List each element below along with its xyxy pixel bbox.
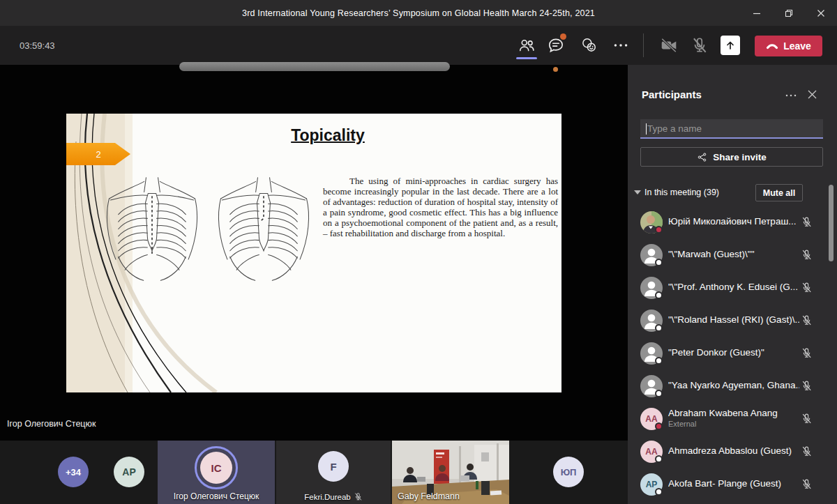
close-window-button[interactable] [805, 0, 837, 26]
minimize-button[interactable] [741, 0, 773, 26]
participant-name: "\"Roland Hassel (RKI) (Gast)\... [668, 314, 799, 325]
window-titlebar: 3rd International Young Researchers’ Sym… [0, 0, 837, 26]
window-title: 3rd International Young Researchers’ Sym… [242, 8, 595, 18]
shared-window-scrollbar [179, 62, 450, 71]
avatar-generic [640, 244, 663, 266]
panel-close-icon[interactable] [807, 89, 818, 100]
mic-off-icon[interactable] [801, 413, 813, 425]
status-dot [655, 291, 663, 299]
participants-panel: Participants Share invite In this meetin… [628, 65, 837, 504]
participants-active-indicator [516, 57, 537, 59]
tile-active-speaker[interactable]: IC Ігор Олегович Стецюк [158, 441, 275, 504]
status-dot-busy [655, 422, 663, 430]
mic-off-icon[interactable] [801, 282, 813, 293]
participants-icon[interactable] [518, 36, 536, 54]
status-dot [655, 455, 663, 463]
avatar-generic [640, 310, 663, 332]
rooms-icon[interactable] [580, 36, 598, 54]
share-tray-icon[interactable] [721, 36, 740, 55]
mute-all-button[interactable]: Mute all [755, 184, 803, 201]
participant-subtitle: External [668, 420, 696, 428]
meeting-toolbar: 03:59:43 [0, 26, 837, 65]
speaking-indicator-ring: IC [195, 446, 238, 489]
tile-video-gaby[interactable]: Gaby Feldmann [392, 441, 509, 504]
status-dot-busy [655, 226, 663, 234]
share-icon [697, 152, 707, 162]
status-dot [655, 488, 663, 496]
panel-title: Participants [642, 89, 702, 100]
mic-off-icon[interactable] [801, 380, 813, 392]
text-caret [646, 123, 647, 135]
tile-fekri[interactable]: F Fekri.Dureab [276, 441, 391, 504]
leave-button[interactable]: Leave [755, 36, 822, 56]
screen-share-stage: 2 Topicality The using of mini-approache… [0, 65, 628, 441]
mic-off-icon[interactable] [801, 314, 813, 326]
mic-off-icon[interactable] [801, 249, 813, 261]
participant-name: Akofa Bart- Plange (Guest) [668, 478, 799, 489]
camera-off-icon[interactable] [660, 36, 678, 54]
overflow-participants-badge[interactable]: +34 [58, 457, 89, 487]
participant-name: "Yaa Nyarko Agyeman, Ghana... [668, 380, 799, 390]
avatar-yup[interactable]: ЮП [553, 457, 584, 487]
mic-off-icon[interactable] [691, 36, 709, 54]
participant-name: Юрій Миколайович Петраш... [668, 216, 799, 227]
mic-off-icon[interactable] [801, 445, 813, 457]
slide-number: 2 [96, 149, 100, 160]
presentation-slide: 2 Topicality The using of mini-approache… [66, 114, 561, 392]
slide-body-text: The using of mini-approaches in cardiac … [323, 176, 558, 238]
window-controls [741, 0, 837, 26]
avatar-initials: AP [640, 473, 663, 496]
participant-row[interactable]: "Yaa Nyarko Agyeman, Ghana... [628, 369, 831, 402]
participant-row[interactable]: AA Abraham Kwabena Anang External [628, 402, 831, 435]
toolbar-divider [643, 33, 644, 57]
meeting-timer: 03:59:43 [20, 40, 55, 51]
participant-row[interactable]: "\"Roland Hassel (RKI) (Gast)\... [628, 304, 831, 337]
avatar-initials: AA [640, 441, 663, 463]
avatar-ic: IC [200, 452, 232, 484]
chat-notification-badge [560, 33, 566, 40]
chevron-down-icon[interactable] [634, 190, 641, 194]
mic-off-icon[interactable] [801, 216, 813, 228]
status-dot [655, 259, 663, 266]
participant-row[interactable]: AA Ahmadreza Abbaslou (Guest) [628, 435, 831, 468]
participant-name: "\"Marwah (Guest)\"" [668, 249, 799, 259]
panel-more-icon[interactable] [785, 91, 797, 100]
avatar-f: F [318, 451, 349, 482]
avatar-photo [640, 211, 663, 234]
search-input[interactable] [640, 119, 823, 139]
tile-name-label: Ігор Олегович Стецюк [158, 491, 275, 501]
participant-row[interactable]: AP Akofa Bart- Plange (Guest) [628, 468, 831, 501]
participant-name: "Peter Donkor (Guest)" [668, 347, 799, 358]
participant-name: "\"Prof. Anthony K. Edusei (G... [668, 282, 799, 292]
participant-row[interactable]: "\"Prof. Anthony K. Edusei (G... [628, 271, 831, 304]
status-dot [655, 390, 663, 397]
mic-off-icon[interactable] [801, 478, 813, 490]
participant-row[interactable]: Юрій Миколайович Петраш... [628, 206, 831, 238]
avatar-generic [640, 277, 663, 299]
hangup-icon [766, 41, 778, 51]
panel-scrollbar[interactable] [829, 185, 834, 261]
avatar-initials: AA [640, 408, 663, 430]
teams-meeting-window: 3rd International Young Researchers’ Sym… [0, 0, 837, 504]
meeting-count-label: In this meeting (39) [644, 188, 719, 197]
avatar-generic [640, 375, 663, 397]
notification-dot [553, 67, 558, 72]
mic-off-icon[interactable] [801, 347, 813, 359]
restore-button[interactable] [773, 0, 805, 26]
ribcage-figure-full-sternotomy [103, 172, 202, 299]
presenter-name-label: Ігор Олегович Стецюк [7, 419, 96, 429]
participant-row[interactable]: "\"Marwah (Guest)\"" [628, 238, 831, 271]
participant-row[interactable]: "Peter Donkor (Guest)" [628, 337, 831, 369]
leave-label: Leave [783, 40, 811, 52]
avatar-ap[interactable]: AP [114, 457, 144, 487]
share-invite-label: Share invite [713, 152, 767, 162]
tile-name-label: Fekri.Dureab [304, 493, 350, 501]
slide-title: Topicality [241, 126, 415, 145]
meeting-section-header: In this meeting (39) Mute all [628, 183, 837, 203]
more-options-icon[interactable] [612, 36, 630, 54]
participant-name: Ahmadreza Abbaslou (Guest) [668, 445, 799, 456]
share-invite-button[interactable]: Share invite [640, 147, 823, 167]
participant-tiles-bar: +34 AP IC Ігор Олегович Стецюк F Fekri.D… [0, 441, 628, 504]
participant-name: Abraham Kwabena Anang [668, 408, 799, 418]
mic-off-icon [354, 492, 363, 501]
